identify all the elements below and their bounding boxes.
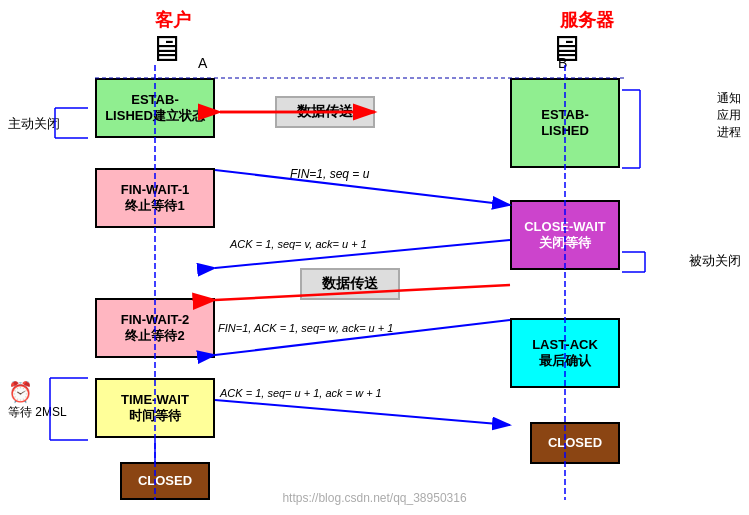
- state-finwait1: FIN-WAIT-1终止等待1: [95, 168, 215, 228]
- svg-text:FIN=1, seq = u: FIN=1, seq = u: [290, 167, 370, 181]
- svg-text:FIN=1, ACK = 1, seq= w, ack= u: FIN=1, ACK = 1, seq= w, ack= u + 1: [218, 322, 393, 334]
- computer-client-icon: 🖥: [148, 28, 184, 70]
- label-zhudong: 主动关闭: [8, 115, 60, 133]
- diagram: 客户 服务器 🖥 🖥 A B 主动关闭 被动关闭 通知应用进程 ⏰ 等待 2MS…: [0, 0, 749, 515]
- svg-line-14: [215, 320, 510, 355]
- state-timewait: TIME-WAIT时间等待: [95, 378, 215, 438]
- label-b: B: [558, 55, 567, 71]
- svg-text:ACK = 1, seq= v, ack= u + 1: ACK = 1, seq= v, ack= u + 1: [229, 238, 367, 250]
- data-transfer-box-2: 数据传送: [300, 268, 400, 300]
- data-transfer-box-1: 数据传送: [275, 96, 375, 128]
- label-notify: 通知应用进程: [717, 90, 741, 140]
- state-lastack: LAST-ACK最后确认: [510, 318, 620, 388]
- svg-line-11: [215, 240, 510, 268]
- state-established-right: ESTAB-LISHED: [510, 78, 620, 168]
- svg-line-9: [215, 170, 510, 205]
- label-wait2msl: ⏰ 等待 2MSL: [8, 380, 67, 421]
- state-closed-right: CLOSED: [530, 422, 620, 464]
- state-finwait2: FIN-WAIT-2终止等待2: [95, 298, 215, 358]
- label-beidong: 被动关闭: [689, 252, 741, 270]
- state-closewait: CLOSE-WAIT关闭等待: [510, 200, 620, 270]
- svg-text:ACK = 1, seq= u + 1, ack = w +: ACK = 1, seq= u + 1, ack = w + 1: [219, 387, 382, 399]
- state-established-left: ESTAB-LISHED建立状态: [95, 78, 215, 138]
- svg-line-16: [215, 400, 510, 425]
- label-a: A: [198, 55, 207, 71]
- watermark: https://blog.csdn.net/qq_38950316: [282, 491, 466, 505]
- state-closed-left: CLOSED: [120, 462, 210, 500]
